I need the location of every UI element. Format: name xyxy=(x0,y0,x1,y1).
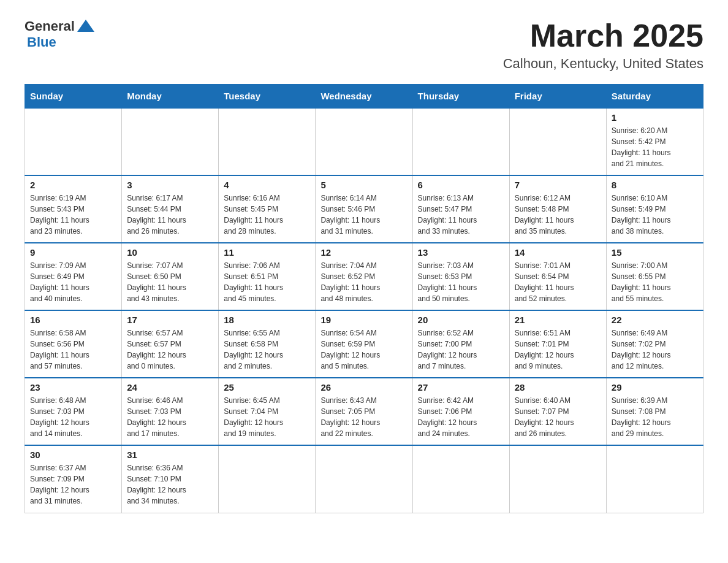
calendar-cell: 24Sunrise: 6:46 AM Sunset: 7:03 PM Dayli… xyxy=(122,378,219,445)
calendar-cell: 5Sunrise: 6:14 AM Sunset: 5:46 PM Daylig… xyxy=(316,175,412,243)
calendar-week-row: 2Sunrise: 6:19 AM Sunset: 5:43 PM Daylig… xyxy=(25,175,703,243)
day-info: Sunrise: 6:42 AM Sunset: 7:06 PM Dayligh… xyxy=(418,395,504,439)
day-info: Sunrise: 6:16 AM Sunset: 5:45 PM Dayligh… xyxy=(224,193,310,237)
calendar-cell xyxy=(509,445,606,513)
day-number: 22 xyxy=(612,315,698,325)
day-info: Sunrise: 7:03 AM Sunset: 6:53 PM Dayligh… xyxy=(418,260,504,304)
calendar-cell: 28Sunrise: 6:40 AM Sunset: 7:07 PM Dayli… xyxy=(509,378,606,445)
day-number: 25 xyxy=(224,382,310,393)
day-info: Sunrise: 7:09 AM Sunset: 6:49 PM Dayligh… xyxy=(30,260,116,304)
day-number: 4 xyxy=(224,180,310,190)
day-number: 11 xyxy=(224,247,310,258)
day-number: 14 xyxy=(515,247,601,258)
calendar-cell: 18Sunrise: 6:55 AM Sunset: 6:58 PM Dayli… xyxy=(219,310,316,378)
day-number: 5 xyxy=(320,180,407,190)
weekday-header-tuesday: Tuesday xyxy=(219,85,316,109)
day-number: 30 xyxy=(30,450,116,460)
day-number: 19 xyxy=(320,315,407,325)
calendar-week-row: 23Sunrise: 6:48 AM Sunset: 7:03 PM Dayli… xyxy=(25,378,703,445)
logo-general-text: General xyxy=(25,18,75,34)
day-info: Sunrise: 6:37 AM Sunset: 7:09 PM Dayligh… xyxy=(30,462,116,507)
calendar-cell: 26Sunrise: 6:43 AM Sunset: 7:05 PM Dayli… xyxy=(316,378,412,445)
day-info: Sunrise: 6:17 AM Sunset: 5:44 PM Dayligh… xyxy=(127,193,213,237)
day-number: 3 xyxy=(127,180,213,190)
day-info: Sunrise: 6:54 AM Sunset: 6:59 PM Dayligh… xyxy=(320,327,407,372)
weekday-header-sunday: Sunday xyxy=(25,85,122,109)
day-number: 26 xyxy=(320,382,407,393)
day-info: Sunrise: 6:57 AM Sunset: 6:57 PM Dayligh… xyxy=(127,327,213,372)
calendar-cell xyxy=(412,445,509,513)
calendar-cell xyxy=(316,108,412,175)
weekday-header-friday: Friday xyxy=(509,85,606,109)
calendar-week-row: 16Sunrise: 6:58 AM Sunset: 6:56 PM Dayli… xyxy=(25,310,703,378)
day-number: 6 xyxy=(418,180,504,190)
logo: General Blue xyxy=(25,18,94,50)
day-number: 10 xyxy=(127,247,213,258)
day-number: 29 xyxy=(612,382,698,393)
day-info: Sunrise: 6:14 AM Sunset: 5:46 PM Dayligh… xyxy=(320,193,407,237)
calendar-cell xyxy=(412,108,509,175)
day-number: 18 xyxy=(224,315,310,325)
day-number: 7 xyxy=(515,180,601,190)
calendar-cell: 7Sunrise: 6:12 AM Sunset: 5:48 PM Daylig… xyxy=(509,175,606,243)
calendar-cell xyxy=(316,445,412,513)
logo-triangle-icon xyxy=(77,20,94,32)
day-number: 27 xyxy=(418,382,504,393)
calendar-cell: 23Sunrise: 6:48 AM Sunset: 7:03 PM Dayli… xyxy=(25,378,122,445)
day-number: 20 xyxy=(418,315,504,325)
day-info: Sunrise: 6:10 AM Sunset: 5:49 PM Dayligh… xyxy=(612,193,698,237)
day-info: Sunrise: 6:48 AM Sunset: 7:03 PM Dayligh… xyxy=(30,395,116,439)
day-info: Sunrise: 7:06 AM Sunset: 6:51 PM Dayligh… xyxy=(224,260,310,304)
day-number: 16 xyxy=(30,315,116,325)
day-number: 8 xyxy=(612,180,698,190)
day-info: Sunrise: 6:55 AM Sunset: 6:58 PM Dayligh… xyxy=(224,327,310,372)
day-number: 28 xyxy=(515,382,601,393)
day-info: Sunrise: 6:46 AM Sunset: 7:03 PM Dayligh… xyxy=(127,395,213,439)
calendar-cell: 31Sunrise: 6:36 AM Sunset: 7:10 PM Dayli… xyxy=(122,445,219,513)
calendar-cell: 25Sunrise: 6:45 AM Sunset: 7:04 PM Dayli… xyxy=(219,378,316,445)
calendar-cell xyxy=(25,108,122,175)
calendar-cell: 16Sunrise: 6:58 AM Sunset: 6:56 PM Dayli… xyxy=(25,310,122,378)
calendar-cell: 9Sunrise: 7:09 AM Sunset: 6:49 PM Daylig… xyxy=(25,243,122,310)
day-info: Sunrise: 6:13 AM Sunset: 5:47 PM Dayligh… xyxy=(418,193,504,237)
day-number: 24 xyxy=(127,382,213,393)
calendar-cell: 4Sunrise: 6:16 AM Sunset: 5:45 PM Daylig… xyxy=(219,175,316,243)
calendar-title: March 2025 xyxy=(503,18,703,53)
logo-text: General xyxy=(25,18,94,34)
day-number: 9 xyxy=(30,247,116,258)
calendar-cell xyxy=(122,108,219,175)
page-header: General Blue March 2025 Calhoun, Kentuck… xyxy=(25,18,703,72)
calendar-cell: 12Sunrise: 7:04 AM Sunset: 6:52 PM Dayli… xyxy=(316,243,412,310)
weekday-header-saturday: Saturday xyxy=(606,85,703,109)
calendar-cell xyxy=(219,445,316,513)
day-info: Sunrise: 6:43 AM Sunset: 7:05 PM Dayligh… xyxy=(320,395,407,439)
calendar-cell xyxy=(509,108,606,175)
day-info: Sunrise: 6:52 AM Sunset: 7:00 PM Dayligh… xyxy=(418,327,504,372)
day-number: 2 xyxy=(30,180,116,190)
calendar-cell: 3Sunrise: 6:17 AM Sunset: 5:44 PM Daylig… xyxy=(122,175,219,243)
calendar-cell: 22Sunrise: 6:49 AM Sunset: 7:02 PM Dayli… xyxy=(606,310,703,378)
day-info: Sunrise: 6:36 AM Sunset: 7:10 PM Dayligh… xyxy=(127,462,213,507)
calendar-cell: 1Sunrise: 6:20 AM Sunset: 5:42 PM Daylig… xyxy=(606,108,703,175)
day-info: Sunrise: 6:40 AM Sunset: 7:07 PM Dayligh… xyxy=(515,395,601,439)
day-number: 12 xyxy=(320,247,407,258)
day-info: Sunrise: 7:04 AM Sunset: 6:52 PM Dayligh… xyxy=(320,260,407,304)
day-number: 23 xyxy=(30,382,116,393)
day-number: 13 xyxy=(418,247,504,258)
day-info: Sunrise: 6:19 AM Sunset: 5:43 PM Dayligh… xyxy=(30,193,116,237)
calendar-cell: 30Sunrise: 6:37 AM Sunset: 7:09 PM Dayli… xyxy=(25,445,122,513)
day-info: Sunrise: 6:49 AM Sunset: 7:02 PM Dayligh… xyxy=(612,327,698,372)
day-info: Sunrise: 7:07 AM Sunset: 6:50 PM Dayligh… xyxy=(127,260,213,304)
calendar-header: SundayMondayTuesdayWednesdayThursdayFrid… xyxy=(25,85,703,109)
title-block: March 2025 Calhoun, Kentucky, United Sta… xyxy=(503,18,703,72)
day-info: Sunrise: 6:45 AM Sunset: 7:04 PM Dayligh… xyxy=(224,395,310,439)
day-info: Sunrise: 7:00 AM Sunset: 6:55 PM Dayligh… xyxy=(612,260,698,304)
calendar-cell: 17Sunrise: 6:57 AM Sunset: 6:57 PM Dayli… xyxy=(122,310,219,378)
day-info: Sunrise: 6:39 AM Sunset: 7:08 PM Dayligh… xyxy=(612,395,698,439)
calendar-cell: 6Sunrise: 6:13 AM Sunset: 5:47 PM Daylig… xyxy=(412,175,509,243)
weekday-header-row: SundayMondayTuesdayWednesdayThursdayFrid… xyxy=(25,85,703,109)
calendar-cell: 19Sunrise: 6:54 AM Sunset: 6:59 PM Dayli… xyxy=(316,310,412,378)
logo-blue-text: Blue xyxy=(27,34,56,50)
calendar-cell: 29Sunrise: 6:39 AM Sunset: 7:08 PM Dayli… xyxy=(606,378,703,445)
calendar-cell: 15Sunrise: 7:00 AM Sunset: 6:55 PM Dayli… xyxy=(606,243,703,310)
